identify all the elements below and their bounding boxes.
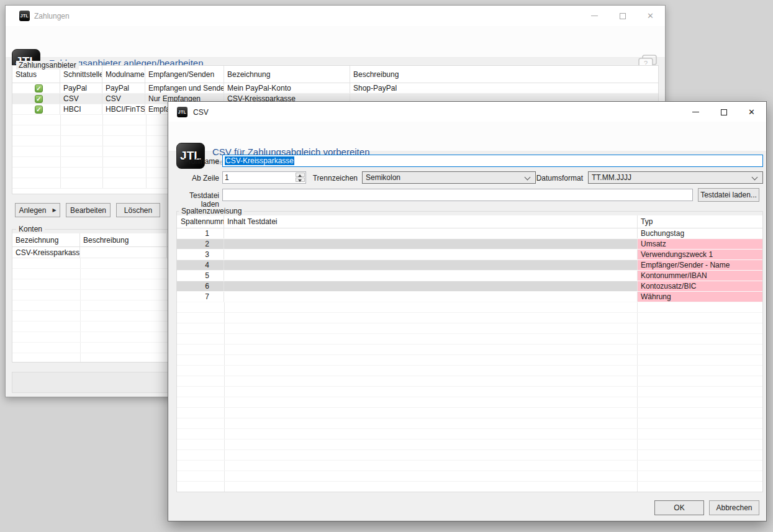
zahlungen-header-band: JTL Zahlungsanbieter anlegen/bearbeiten … — [6, 26, 665, 58]
datumsformat-value: TT.MM.JJJJ — [592, 173, 631, 182]
empty-row — [177, 334, 762, 345]
mapping-table-header: Spaltennummer Inhalt Testdatei Typ — [177, 215, 762, 228]
mapping-table: Spaltennummer Inhalt Testdatei Typ 1 Buc… — [177, 215, 762, 492]
inhalt-cell — [224, 292, 638, 302]
modulname-cell: HBCI/FinTS — [102, 104, 145, 114]
inhalt-cell — [224, 271, 638, 281]
chevron-down-icon — [525, 174, 531, 181]
profilname-input[interactable]: CSV-Kreissparkasse — [222, 155, 763, 167]
mapping-row[interactable]: 6 Kontozusatz/BIC — [177, 281, 762, 292]
trennzeichen-select[interactable]: Semikolon — [362, 171, 536, 184]
inhalt-cell — [224, 228, 638, 238]
konto-bezeichnung-cell: CSV-Kreissparkasse — [12, 247, 80, 258]
konten-group-label: Konten — [16, 225, 45, 233]
spaltennummer-cell: 3 — [177, 250, 224, 259]
zahlungen-titlebar[interactable]: JTL Zahlungen ✕ — [6, 6, 665, 26]
bearbeiten-button[interactable]: Bearbeiten — [66, 203, 111, 217]
loeschen-button-label: Löschen — [124, 206, 152, 215]
empty-row — [177, 302, 762, 313]
ok-button[interactable]: OK — [654, 500, 704, 515]
minimize-icon — [692, 112, 699, 112]
ab-zeile-label: Ab Zeile — [170, 174, 219, 183]
spaltennummer-cell: 2 — [177, 239, 224, 249]
typ-cell[interactable]: Verwendungszweck 1 — [638, 250, 762, 259]
mapping-row[interactable]: 7 Währung — [177, 292, 762, 302]
spin-down-icon[interactable] — [296, 178, 305, 182]
minimize-button[interactable] — [682, 102, 710, 122]
maximize-icon — [721, 109, 727, 115]
inhalt-cell — [224, 239, 638, 249]
desktop: JTL Zahlungen ✕ JTL Zahlungsanbieter anl… — [0, 0, 773, 532]
typ-cell[interactable]: Währung — [638, 292, 762, 302]
empty-row — [177, 429, 762, 440]
column-header-spaltennummer[interactable]: Spaltennummer — [177, 215, 224, 228]
typ-cell[interactable]: Buchungstag — [638, 228, 762, 238]
typ-cell[interactable]: Kontonummer/IBAN — [638, 271, 762, 281]
spin-up-icon[interactable] — [296, 173, 305, 177]
typ-cell[interactable]: Umsatz — [638, 239, 762, 249]
column-header-bezeichnung[interactable]: Bezeichnung — [12, 233, 80, 246]
testdatei-input[interactable] — [222, 189, 693, 201]
maximize-button[interactable] — [608, 6, 636, 26]
konto-beschreibung-cell — [80, 247, 167, 258]
csv-window-controls: ✕ — [682, 102, 766, 122]
typ-cell[interactable]: Kontozusatz/BIC — [638, 281, 762, 291]
abbrechen-button[interactable]: Abbrechen — [709, 500, 759, 515]
bezeichnung-cell: Mein PayPal-Konto — [224, 83, 350, 93]
abbrechen-button-label: Abbrechen — [716, 503, 752, 512]
minimize-icon — [591, 16, 598, 16]
status-check-icon: ✓ — [35, 95, 43, 103]
column-header-typ[interactable]: Typ — [638, 215, 762, 228]
maximize-icon — [620, 13, 626, 19]
csv-titlebar[interactable]: JTL CSV ✕ — [168, 102, 766, 122]
empty-row — [177, 366, 762, 376]
spaltennummer-cell: 5 — [177, 271, 224, 281]
mapping-row[interactable]: 4 Empfänger/Sender - Name — [177, 260, 762, 271]
schnittstelle-cell: HBCI — [60, 104, 102, 114]
ok-button-label: OK — [674, 503, 684, 512]
status-cell: ✓ — [12, 94, 60, 104]
spaltennummer-cell: 1 — [177, 228, 224, 238]
mapping-row[interactable]: 3 Verwendungszweck 1 — [177, 250, 762, 260]
minimize-button[interactable] — [581, 6, 608, 26]
mapping-row[interactable]: 2 Umsatz — [177, 239, 762, 250]
empty-rows — [177, 302, 762, 492]
zahlungen-window-title: Zahlungen — [34, 12, 70, 20]
spinner-buttons[interactable] — [296, 173, 305, 183]
column-header-inhalt-testdatei[interactable]: Inhalt Testdatei — [224, 215, 638, 228]
column-header-modulname[interactable]: Modulname — [102, 66, 145, 83]
schnittstelle-cell: CSV — [60, 94, 102, 104]
jtl-app-icon: JTL — [19, 11, 30, 21]
datumsformat-select[interactable]: TT.MM.JJJJ — [588, 171, 763, 184]
inhalt-cell — [224, 260, 638, 270]
close-button[interactable]: ✕ — [738, 102, 766, 122]
datumsformat-label: Datumsformat — [533, 174, 583, 183]
testdatei-laden-button[interactable]: Testdatei laden... — [698, 188, 759, 202]
typ-cell[interactable]: Empfänger/Sender - Name — [638, 260, 762, 270]
spaltennummer-cell: 7 — [177, 292, 224, 302]
mapping-row[interactable]: 5 Kontonummer/IBAN — [177, 271, 762, 281]
providers-table-header: Status Schnittstelle Modulname Empfangen… — [12, 66, 658, 83]
ab-zeile-stepper[interactable]: 1 — [222, 171, 306, 184]
table-row[interactable]: ✓ PayPal PayPal Empfangen und Senden Mei… — [12, 83, 658, 94]
close-icon: ✕ — [647, 12, 654, 20]
close-button[interactable]: ✕ — [636, 6, 664, 26]
empty-row — [177, 397, 762, 408]
empty-row — [177, 408, 762, 418]
column-header-beschreibung[interactable]: Beschreibung — [80, 233, 167, 246]
column-header-empfangen-senden[interactable]: Empfangen/Senden — [145, 66, 224, 83]
status-check-icon: ✓ — [35, 106, 43, 114]
mapping-row[interactable]: 1 Buchungstag — [177, 228, 762, 239]
trennzeichen-value: Semikolon — [366, 173, 400, 182]
anlegen-button[interactable]: Anlegen ▶ — [15, 203, 60, 217]
column-header-beschreibung[interactable]: Beschreibung — [350, 66, 658, 83]
profilname-label: Profilname — [170, 157, 219, 166]
inhalt-cell — [224, 281, 638, 291]
beschreibung-cell: Shop-PayPal — [350, 83, 658, 93]
empty-row — [177, 376, 762, 387]
selected-text: CSV-Kreissparkasse — [225, 156, 294, 165]
loeschen-button[interactable]: Löschen — [116, 203, 160, 217]
column-header-bezeichnung[interactable]: Bezeichnung — [224, 66, 350, 83]
empty-row — [177, 461, 762, 471]
maximize-button[interactable] — [710, 102, 738, 122]
